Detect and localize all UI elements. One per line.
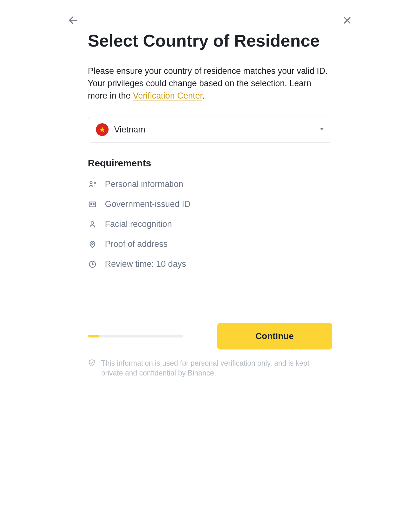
chevron-down-icon: [319, 126, 324, 133]
flag-icon: [96, 123, 109, 136]
svg-rect-9: [89, 202, 96, 207]
requirement-label: Personal information: [105, 179, 184, 189]
privacy-text: This information is used for personal ve…: [101, 358, 332, 378]
location-pin-icon: [88, 240, 97, 249]
progress-fill: [88, 335, 99, 337]
page-title: Select Country of Residence: [88, 30, 332, 51]
clock-icon: [88, 260, 97, 269]
privacy-note: This information is used for personal ve…: [88, 358, 332, 378]
progress-bar: [88, 335, 183, 337]
requirement-label: Review time: 10 days: [105, 259, 186, 269]
close-button[interactable]: [341, 14, 354, 27]
footer-row: Continue: [88, 323, 332, 350]
close-icon: [342, 16, 352, 25]
page-subtitle: Please ensure your country of residence …: [88, 65, 332, 102]
svg-marker-3: [99, 127, 105, 132]
personal-info-icon: [88, 180, 97, 189]
verification-center-link[interactable]: Verification Center: [133, 91, 202, 100]
shield-check-icon: [88, 359, 96, 369]
requirement-item: Proof of address: [88, 239, 332, 249]
back-button[interactable]: [67, 14, 79, 27]
svg-point-14: [91, 243, 93, 244]
verification-modal: Select Country of Residence Please ensur…: [52, 0, 368, 394]
requirements-heading: Requirements: [88, 158, 332, 169]
country-select[interactable]: Vietnam: [88, 117, 332, 143]
subtitle-text: Please ensure your country of residence …: [88, 66, 328, 100]
requirement-item: Government-issued ID: [88, 199, 332, 209]
requirement-label: Facial recognition: [105, 219, 172, 229]
requirement-item: Review time: 10 days: [88, 259, 332, 269]
svg-marker-4: [320, 128, 323, 131]
requirement-item: Facial recognition: [88, 219, 332, 229]
id-card-icon: [88, 200, 97, 209]
requirements-list: Personal information Government-issued I…: [88, 179, 332, 269]
svg-point-5: [90, 182, 92, 184]
requirement-label: Government-issued ID: [105, 199, 191, 209]
svg-point-10: [91, 203, 91, 204]
requirement-item: Personal information: [88, 179, 332, 189]
requirement-label: Proof of address: [105, 239, 168, 249]
face-icon: [88, 220, 97, 229]
continue-button[interactable]: Continue: [217, 323, 332, 350]
country-selected-label: Vietnam: [114, 125, 314, 135]
arrow-left-icon: [68, 15, 78, 26]
svg-point-13: [91, 221, 94, 224]
subtitle-suffix: .: [202, 91, 205, 100]
